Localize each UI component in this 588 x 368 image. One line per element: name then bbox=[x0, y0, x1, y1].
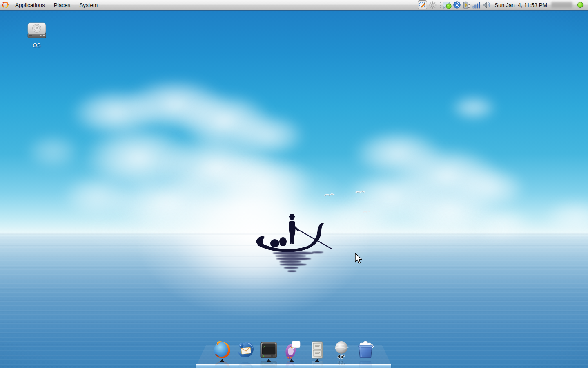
running-indicator bbox=[315, 359, 320, 362]
running-indicator bbox=[289, 359, 294, 362]
redacted-username bbox=[551, 2, 572, 8]
bluetooth-icon[interactable] bbox=[453, 0, 461, 9]
desktop-wallpaper: OS bbox=[0, 10, 588, 368]
brightness-icon[interactable] bbox=[429, 0, 437, 9]
running-indicator bbox=[220, 359, 225, 362]
network-signal-icon[interactable] bbox=[472, 0, 481, 9]
svg-text:>_: >_ bbox=[263, 345, 267, 348]
menu-places[interactable]: Places bbox=[49, 0, 75, 10]
ubuntu-logo-icon[interactable] bbox=[0, 0, 11, 10]
desktop-icon-label: OS bbox=[24, 42, 50, 48]
grip-handle-icon[interactable] bbox=[438, 0, 441, 9]
dock-item-thunderbird[interactable] bbox=[236, 342, 256, 365]
menu-applications[interactable]: Applications bbox=[11, 0, 49, 10]
running-indicator bbox=[266, 359, 271, 362]
screenshot-tool-icon[interactable] bbox=[418, 0, 427, 9]
top-menubar: Applications Places System bbox=[0, 0, 588, 10]
dock-item-terminal[interactable]: >_ bbox=[259, 342, 278, 365]
dock-item-pidgin[interactable] bbox=[282, 342, 301, 365]
weather-temperature: 46° bbox=[338, 354, 345, 359]
desktop-icon-os[interactable]: OS bbox=[24, 22, 50, 48]
mouse-cursor bbox=[354, 252, 363, 265]
dock-item-firefox[interactable] bbox=[212, 342, 232, 365]
dock-item-weather[interactable]: 46° bbox=[332, 342, 351, 365]
firefox-icon bbox=[213, 341, 232, 359]
trash-icon bbox=[356, 341, 375, 359]
dock-item-file-cabinet[interactable] bbox=[307, 342, 327, 365]
file-cabinet-icon bbox=[308, 341, 327, 359]
user-status-icon[interactable] bbox=[577, 2, 583, 8]
power-manager-icon[interactable] bbox=[462, 0, 471, 9]
dock-item-trash[interactable] bbox=[356, 342, 375, 365]
pidgin-icon bbox=[282, 341, 301, 359]
menu-system[interactable]: System bbox=[75, 0, 102, 10]
volume-icon[interactable] bbox=[482, 0, 491, 9]
vignette bbox=[0, 11, 588, 368]
weather-icon bbox=[332, 340, 350, 355]
clock-applet[interactable]: Sun Jan 4, 11:53 PM bbox=[493, 2, 550, 8]
hard-drive-icon bbox=[27, 22, 47, 40]
thunderbird-icon bbox=[236, 341, 255, 359]
terminal-icon: >_ bbox=[259, 341, 278, 359]
im-presence-icon[interactable] bbox=[443, 0, 452, 9]
